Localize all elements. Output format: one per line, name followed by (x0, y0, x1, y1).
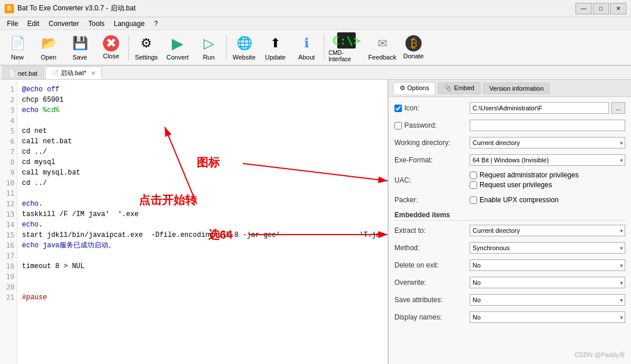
about-icon: ℹ (297, 34, 316, 53)
minimize-button[interactable]: — (575, 3, 592, 14)
tab-icon-1: 📄 (9, 70, 16, 76)
toolbar-save-label: Save (72, 54, 87, 61)
option-password-label: Password: (394, 121, 470, 129)
option-icon-label: Icon: (394, 104, 470, 112)
toolbar-separator-1 (128, 35, 129, 60)
option-row-uac: UAC: Request administrator privileges Re… (394, 171, 625, 189)
display-names-select[interactable]: No Yes (470, 311, 625, 323)
watermark: CSDN @Paddy哥 (574, 351, 625, 359)
working-dir-select-wrapper: Current directory Temporary directory Cu… (470, 137, 625, 148)
toolbar-cmd-button[interactable]: C:\> CMD-Interface (327, 32, 366, 63)
title-bar-title: Bat To Exe Converter v3.0.7 - 启动.bat (17, 3, 136, 13)
tab-startup-bat[interactable]: 📄 启动.bat* ✕ (45, 66, 102, 79)
toolbar-convert-label: Convert (167, 54, 189, 61)
options-tab-options-label: Options (407, 84, 429, 91)
icon-label-text: Icon: (404, 104, 419, 112)
delete-select[interactable]: No Yes (470, 259, 625, 271)
toolbar-website-button[interactable]: 🌐 Website (229, 32, 259, 63)
toolbar-new-button[interactable]: 📄 New (2, 32, 32, 63)
run-icon: ▷ (200, 34, 218, 53)
uac-admin-row[interactable]: Request administrator privileges (470, 171, 578, 179)
packer-upx-row[interactable]: Enable UPX compression (470, 196, 559, 204)
menu-tools[interactable]: Tools (84, 18, 109, 29)
password-input[interactable] (470, 120, 625, 131)
password-label-text: Password: (404, 121, 437, 129)
icon-path-input[interactable] (470, 102, 609, 114)
toolbar: 📄 New 📂 Open 💾 Save ✖ Close ⚙ Settings ▶… (0, 30, 631, 66)
code-editor[interactable]: 12345 678910 1112131415 1617181920 21 @e… (0, 80, 389, 364)
options-tab-options[interactable]: ⚙ Options (393, 82, 436, 94)
toolbar-run-button[interactable]: ▷ Run (194, 32, 224, 63)
option-extract-label: Extract to: (394, 226, 470, 235)
embedded-items-header: Embedded items (394, 211, 625, 221)
option-row-packer: Packer: Enable UPX compression (394, 194, 625, 206)
options-tabs: ⚙ Options 📎 Embed Version information (389, 80, 631, 97)
toolbar-about-button[interactable]: ℹ About (291, 32, 322, 63)
title-bar: B Bat To Exe Converter v3.0.7 - 启动.bat —… (0, 0, 631, 17)
title-bar-left: B Bat To Exe Converter v3.0.7 - 启动.bat (5, 3, 136, 13)
menu-bar: File Edit Converter Tools Language ? (0, 17, 631, 30)
uac-control: Request administrator privileges Request… (470, 171, 625, 189)
options-tab-embed[interactable]: 📎 Embed (438, 82, 481, 94)
menu-file[interactable]: File (2, 18, 23, 29)
tab-label-1: net.bat (18, 70, 38, 77)
menu-converter[interactable]: Converter (44, 18, 84, 29)
menu-edit[interactable]: Edit (23, 18, 44, 29)
overwrite-select[interactable]: No Yes (470, 277, 625, 288)
toolbar-update-button[interactable]: ⬆ Update (260, 32, 290, 63)
exe-format-select[interactable]: 64 Bit | Windows (Invisible) 32 Bit | Wi… (470, 154, 625, 166)
uac-user-row[interactable]: Request user privileges (470, 181, 552, 189)
working-dir-select[interactable]: Current directory Temporary directory Cu… (470, 137, 625, 148)
option-uac-label: UAC: (394, 176, 470, 184)
uac-user-checkbox[interactable] (470, 181, 477, 189)
option-working-dir-label: Working directory: (394, 139, 470, 147)
uac-admin-checkbox[interactable] (470, 172, 477, 179)
toolbar-donate-button[interactable]: ₿ Donate (398, 32, 429, 63)
toolbar-open-button[interactable]: 📂 Open (34, 32, 64, 63)
toolbar-feedback-label: Feedback (368, 54, 396, 61)
option-row-save-attr: Save attributes: No Yes (394, 294, 625, 306)
method-select-wrapper: Synchronous Asynchronous (470, 242, 625, 254)
save-icon: 💾 (71, 34, 89, 53)
settings-icon: ⚙ (137, 34, 156, 53)
maximize-button[interactable]: □ (593, 3, 609, 14)
title-bar-controls: — □ ✕ (575, 3, 626, 14)
toolbar-feedback-button[interactable]: ✉ Feedback (367, 32, 397, 63)
close-button[interactable]: ✕ (610, 3, 626, 14)
options-tab-version[interactable]: Version information (483, 83, 550, 94)
save-attr-select[interactable]: No Yes (470, 294, 625, 306)
cmd-icon: C:\> (337, 32, 356, 49)
method-select[interactable]: Synchronous Asynchronous (470, 242, 625, 254)
option-packer-label: Packer: (394, 196, 470, 204)
toolbar-settings-button[interactable]: ⚙ Settings (131, 32, 161, 63)
overwrite-select-wrapper: No Yes (470, 277, 625, 288)
option-row-password: Password: (394, 119, 625, 132)
option-delete-label: Delete on exit: (394, 261, 470, 269)
donate-icon: ₿ (405, 35, 422, 51)
option-row-exe-format: Exe-Format: 64 Bit | Windows (Invisible)… (394, 154, 625, 166)
toolbar-close-button[interactable]: ✖ Close (96, 32, 126, 63)
icon-checkbox[interactable] (394, 105, 402, 112)
tab-close-2[interactable]: ✕ (91, 70, 95, 76)
delete-select-wrapper: No Yes (470, 259, 625, 271)
menu-help[interactable]: ? (149, 18, 163, 29)
menu-language[interactable]: Language (109, 18, 149, 29)
icon-browse-button[interactable]: ... (611, 102, 625, 114)
code-area[interactable]: 12345 678910 1112131415 1617181920 21 @e… (0, 80, 388, 364)
packer-upx-checkbox[interactable] (470, 196, 477, 204)
toolbar-website-label: Website (233, 54, 256, 61)
password-checkbox[interactable] (394, 122, 402, 129)
code-content: @echo off chcp 65001 echo %cd% cd net ca… (17, 80, 388, 364)
toolbar-settings-label: Settings (135, 54, 158, 61)
extract-select[interactable]: Current directory Temporary directory (470, 225, 625, 236)
toolbar-open-label: Open (41, 54, 57, 61)
option-row-overwrite: Overwrite: No Yes (394, 276, 625, 289)
toolbar-save-button[interactable]: 💾 Save (65, 32, 95, 63)
toolbar-separator-2 (226, 35, 227, 60)
toolbar-convert-button[interactable]: ▶ Convert (163, 32, 193, 63)
tab-net-bat[interactable]: 📄 net.bat (2, 66, 44, 79)
toolbar-new-label: New (11, 54, 24, 61)
app-icon: B (5, 4, 14, 13)
options-tab-embed-label: Embed (454, 84, 474, 91)
option-row-display-names: Display names: No Yes (394, 311, 625, 324)
